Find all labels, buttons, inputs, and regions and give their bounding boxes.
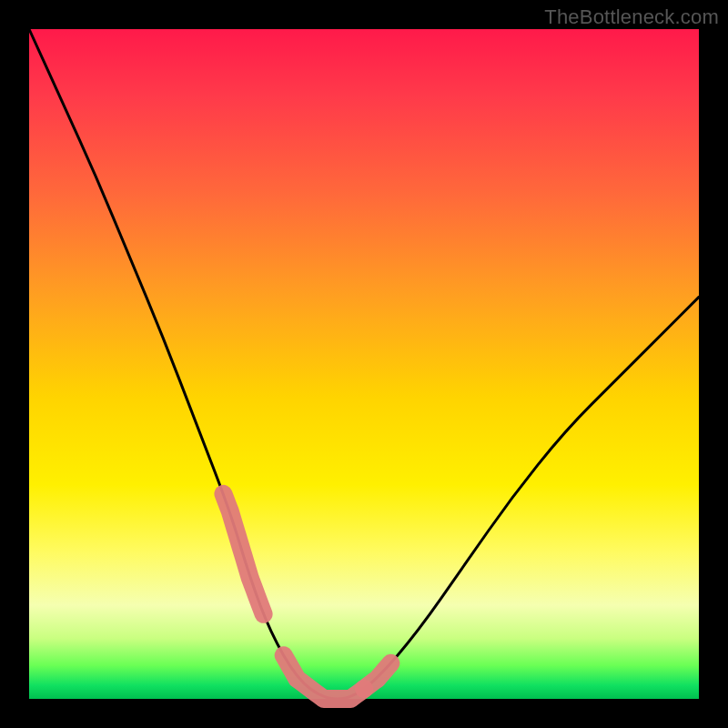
chart-frame: TheBottleneck.com	[0, 0, 728, 728]
left-slope-marker	[223, 494, 263, 614]
right-slope-marker	[364, 663, 390, 689]
curve-svg	[29, 29, 699, 699]
bottleneck-curve	[29, 29, 699, 699]
valley-floor-marker	[284, 655, 364, 699]
highlight-markers	[223, 494, 390, 699]
watermark-label: TheBottleneck.com	[544, 5, 719, 29]
plot-area	[29, 29, 699, 699]
